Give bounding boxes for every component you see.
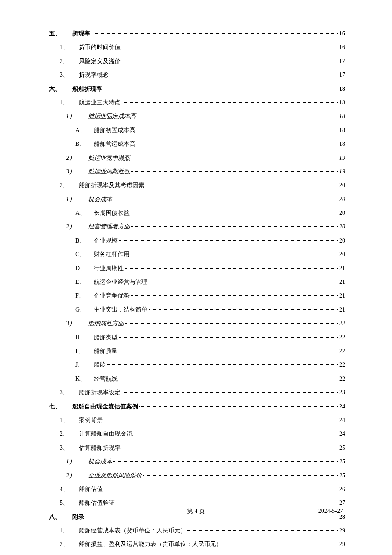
toc-entry: 2、船舶折现率及其考虑因素20 xyxy=(49,181,345,190)
toc-title: 经营管理者方面 xyxy=(88,222,130,231)
toc-title: 案例背景 xyxy=(79,416,103,425)
toc-title: 船龄 xyxy=(94,360,106,370)
toc-title: 航运业固定成本高 xyxy=(88,112,136,121)
toc-page-number: 20 xyxy=(339,181,345,190)
toc-entry: I、船舶质量22 xyxy=(49,347,345,356)
toc-number: 1、 xyxy=(49,43,79,52)
toc-entry: A、船舶初置成本高18 xyxy=(49,126,345,135)
toc-title: 船舶损益、盈利及运营能力表（货币单位：人民币元） xyxy=(79,540,222,549)
toc-leader-dots xyxy=(122,448,338,448)
toc-entry: 七、船舶自由现金流估值案例24 xyxy=(49,402,345,411)
toc-title: 风险定义及溢价 xyxy=(79,57,121,66)
page-date: 2024-5-27 xyxy=(318,508,343,515)
toc-entry: H、船舶类型22 xyxy=(49,333,345,342)
toc-leader-dots xyxy=(104,89,338,89)
toc-entry: A、长期国债收益20 xyxy=(49,208,345,218)
toc-leader-dots xyxy=(125,268,338,269)
toc-number: 1） xyxy=(49,195,88,204)
toc-page-number: 21 xyxy=(339,305,345,315)
toc-leader-dots xyxy=(122,392,338,393)
toc-leader-dots xyxy=(143,475,338,476)
toc-number: 2） xyxy=(49,153,88,163)
toc-title: 主业突出，结构简单 xyxy=(94,305,147,315)
toc-page-number: 17 xyxy=(339,57,345,66)
toc-number: 3、 xyxy=(49,388,79,397)
toc-page-number: 22 xyxy=(339,347,345,356)
toc-content: 五、折现率161、货币的时间价值162、风险定义及溢价173、折现率概念17六、… xyxy=(0,0,392,555)
toc-title: 经营航线 xyxy=(94,374,118,384)
toc-number: 3） xyxy=(49,319,88,328)
toc-leader-dots xyxy=(113,461,338,462)
toc-entry: K、经营航线22 xyxy=(49,374,345,384)
toc-number: 1） xyxy=(49,112,88,121)
page-footer: 第 4 页 2024-5-27 xyxy=(0,508,392,515)
toc-title: 航运企业经营与管理 xyxy=(94,278,147,287)
toc-title: 船舶估值 xyxy=(79,485,103,494)
toc-title: 船舶自由现金流估值案例 xyxy=(72,402,138,411)
toc-page-number: 25 xyxy=(339,471,345,480)
toc-leader-dots xyxy=(119,337,338,338)
toc-number: G、 xyxy=(49,305,94,315)
toc-title: 长期国债收益 xyxy=(94,208,130,218)
toc-entry: F、企业竞争优势21 xyxy=(49,291,345,301)
toc-entry: 4、船舶估值26 xyxy=(49,485,345,494)
toc-entry: 1、船舶经营成本表（货币单位：人民币元）29 xyxy=(49,526,345,535)
toc-leader-dots xyxy=(122,61,338,61)
toc-number: C、 xyxy=(49,250,94,259)
toc-number: 5、 xyxy=(49,498,79,508)
toc-number: F、 xyxy=(49,291,94,301)
toc-leader-dots xyxy=(146,185,338,185)
toc-page-number: 20 xyxy=(339,250,345,259)
toc-page-number: 21 xyxy=(339,278,345,287)
toc-leader-dots xyxy=(104,489,338,489)
toc-leader-dots xyxy=(92,33,338,34)
toc-title: 货币的时间价值 xyxy=(79,43,121,52)
toc-page-number: 29 xyxy=(339,526,345,535)
toc-leader-dots xyxy=(113,199,338,199)
toc-leader-dots xyxy=(137,130,338,130)
toc-title: 船舶折现率及其考虑因素 xyxy=(79,181,144,190)
toc-leader-dots xyxy=(122,47,338,47)
toc-title: 船舶营运成本高 xyxy=(94,139,135,149)
toc-leader-dots xyxy=(107,364,338,365)
toc-title: 机会成本 xyxy=(88,195,112,204)
toc-title: 船舶质量 xyxy=(94,347,118,356)
toc-page-number: 21 xyxy=(339,264,345,273)
toc-number: 五、 xyxy=(49,29,72,38)
toc-leader-dots xyxy=(131,158,338,158)
toc-title: 机会成本 xyxy=(88,457,112,466)
toc-title: 行业周期性 xyxy=(94,264,124,273)
toc-leader-dots xyxy=(119,351,338,351)
toc-leader-dots xyxy=(104,420,338,420)
toc-page-number: 19 xyxy=(339,167,345,176)
toc-title: 折现率 xyxy=(72,29,90,38)
toc-page-number: 18 xyxy=(339,139,345,149)
toc-leader-dots xyxy=(125,323,338,324)
toc-number: 2、 xyxy=(49,181,79,190)
toc-entry: 1、货币的时间价值16 xyxy=(49,43,345,52)
toc-title: 船舶属性方面 xyxy=(88,319,124,328)
toc-entry: 2）航运业竞争激烈19 xyxy=(49,153,345,163)
toc-number: H、 xyxy=(49,333,94,342)
toc-entry: 5、船舶估值验证27 xyxy=(49,498,345,508)
toc-leader-dots xyxy=(137,144,338,144)
toc-page-number: 20 xyxy=(339,222,345,231)
toc-number: 1、 xyxy=(49,416,79,425)
toc-entry: 3）船舶属性方面22 xyxy=(49,319,345,328)
toc-entry: 1、案例背景24 xyxy=(49,416,345,425)
toc-page-number: 16 xyxy=(339,29,345,38)
toc-page-number: 18 xyxy=(339,126,345,135)
toc-leader-dots xyxy=(131,213,338,213)
toc-entry: 2、船舶损益、盈利及运营能力表（货币单位：人民币元）29 xyxy=(49,540,345,549)
toc-number: 2、 xyxy=(49,57,79,66)
toc-page-number: 29 xyxy=(339,540,345,549)
toc-page-number: 18 xyxy=(339,112,345,121)
toc-page-number: 17 xyxy=(339,70,345,80)
toc-number: B、 xyxy=(49,139,94,149)
toc-title: 估算船舶折现率 xyxy=(79,443,121,453)
toc-page-number: 27 xyxy=(339,498,345,508)
toc-number: 2、 xyxy=(49,540,79,549)
toc-number: 1） xyxy=(49,457,88,466)
toc-entry: 3、船舶折现率设定23 xyxy=(49,388,345,397)
page-number: 第 4 页 xyxy=(187,508,205,515)
